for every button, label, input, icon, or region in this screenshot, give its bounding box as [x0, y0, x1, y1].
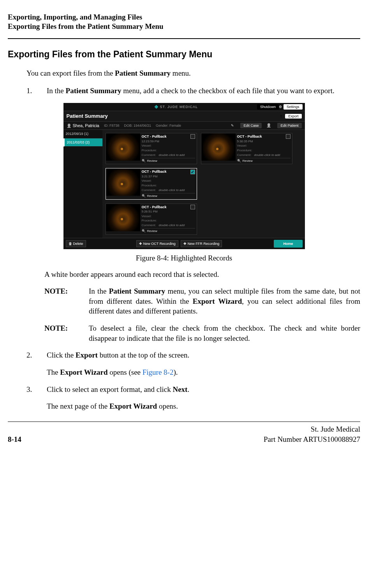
review-button[interactable]: Review	[243, 159, 253, 163]
oct-thumbnail	[201, 133, 236, 161]
person-icon	[67, 123, 71, 129]
person-icon	[266, 123, 271, 128]
search-icon	[142, 159, 146, 163]
trash-icon	[69, 241, 72, 246]
delete-button[interactable]: Delete	[66, 240, 86, 247]
patient-name: Shea, Patricia	[67, 123, 99, 129]
new-oct-button[interactable]: New OCT Recording	[136, 240, 178, 247]
ss-header-row: Patient Summary Export	[63, 111, 305, 122]
oct-thumbnail	[106, 133, 140, 161]
record-checkbox[interactable]	[190, 205, 195, 209]
footer-company: St. Jude Medical	[264, 424, 360, 434]
patient-dob: DOB: 1944/06/21	[124, 123, 151, 128]
figure-link[interactable]: Figure 8-2	[143, 368, 174, 376]
search-icon	[237, 159, 241, 163]
screenshot: ST. JUDE MEDICAL Shutdown Settings Patie…	[63, 103, 305, 249]
sidebar-date[interactable]: 2012/09/19 (1)	[63, 130, 102, 138]
review-button[interactable]: Review	[147, 194, 157, 198]
plus-icon	[183, 241, 187, 246]
settings-button[interactable]: Settings	[283, 104, 303, 110]
shutdown-button[interactable]: Shutdown	[257, 104, 279, 110]
step-3-result: The next page of the Export Wizard opens…	[47, 401, 360, 411]
gear-icon	[279, 104, 282, 110]
pencil-icon	[231, 123, 234, 128]
record-checkbox[interactable]	[286, 134, 291, 139]
step-1: 1. In the Patient Summary menu, add a ch…	[26, 86, 360, 96]
record-card[interactable]: OCT - Pullback 5:26:51 PM Vessel: Proced…	[106, 204, 197, 235]
step-text: Click the Export button at the top of th…	[47, 350, 360, 360]
header-rule	[8, 38, 360, 39]
date-sidebar: 2012/09/19 (1) 2011/02/03 (2)	[63, 130, 102, 237]
search-icon	[142, 229, 146, 234]
record-checkbox-checked[interactable]	[190, 170, 195, 174]
step-2: 2. Click the Export button at the top of…	[26, 350, 360, 360]
record-card[interactable]: OCT - Pullback 12:23:59 PM Vessel: Proce…	[106, 133, 197, 164]
record-checkbox[interactable]	[190, 134, 195, 139]
step-number: 3.	[26, 384, 36, 395]
edit-patient-button[interactable]: Edit Patient	[277, 123, 301, 128]
record-grid: OCT - Pullback 12:23:59 PM Vessel: Proce…	[102, 130, 305, 237]
step-text: In the Patient Summary menu, add a check…	[47, 86, 360, 96]
brand-label: ST. JUDE MEDICAL	[97, 104, 255, 109]
running-header: Exporting, Importing, and Managing Files…	[8, 12, 360, 31]
review-button[interactable]: Review	[147, 159, 157, 163]
step-text: Click to select an export format, and cl…	[47, 384, 360, 395]
note-text: In the Patient Summary menu, you can sel…	[89, 286, 360, 316]
patient-id: ID: F8738	[104, 123, 120, 128]
figure-caption: Figure 8-4: Highlighted Records	[136, 253, 232, 263]
record-card-selected[interactable]: OCT - Pullback 3:21:37 PM Vessel: Proced…	[106, 168, 197, 199]
note-text: To deselect a file, clear the check from…	[89, 323, 360, 343]
figure-8-4: ST. JUDE MEDICAL Shutdown Settings Patie…	[8, 103, 360, 263]
header-line1: Exporting, Importing, and Managing Files	[8, 12, 360, 22]
page-number: 8-14	[8, 434, 21, 445]
header-line2: Exporting Files from the Patient Summary…	[8, 22, 360, 31]
search-icon	[142, 194, 146, 198]
page-footer: 8-14 St. Jude Medical Part Number ARTUS1…	[8, 422, 360, 444]
note-2: NOTE: To deselect a file, clear the chec…	[44, 323, 360, 343]
ss-patient-row: Shea, Patricia ID: F8738 DOB: 1944/06/21…	[63, 122, 305, 130]
ss-bottom-bar: Delete New OCT Recording New FFR Recordi…	[63, 238, 305, 249]
ss-main: 2012/09/19 (1) 2011/02/03 (2) OCT - Pull…	[63, 130, 305, 237]
new-ffr-button[interactable]: New FFR Recording	[181, 240, 222, 247]
after-figure-text: A white border appears around each recor…	[44, 269, 360, 280]
edit-case-button[interactable]: Edit Case	[240, 123, 262, 128]
sidebar-date-active[interactable]: 2011/02/03 (2)	[63, 138, 102, 147]
note-label: NOTE:	[44, 323, 78, 343]
home-button[interactable]: Home	[274, 240, 302, 248]
record-card[interactable]: OCT - Pullback 5:30:35 PM Vessel: Proced…	[201, 133, 292, 164]
section-title: Exporting Files from the Patient Summary…	[8, 48, 360, 60]
step-3: 3. Click to select an export format, and…	[26, 384, 360, 395]
plus-icon	[139, 241, 142, 246]
patient-summary-title: Patient Summary	[67, 113, 108, 120]
export-button[interactable]: Export	[285, 114, 301, 119]
note-1: NOTE: In the Patient Summary menu, you c…	[44, 286, 360, 316]
note-label: NOTE:	[44, 286, 78, 316]
step-number: 2.	[26, 350, 36, 360]
export-icon	[280, 114, 283, 118]
oct-thumbnail	[106, 204, 140, 231]
step-2-result: The Export Wizard opens (see Figure 8-2)…	[47, 367, 360, 377]
step-number: 1.	[26, 86, 36, 96]
intro-paragraph: You can export files from the Patient Su…	[26, 68, 360, 78]
footer-partnum: Part Number ARTUS100088927	[264, 434, 360, 445]
oct-thumbnail	[106, 168, 140, 196]
patient-gender: Gender: Female	[156, 123, 181, 128]
review-button[interactable]: Review	[147, 229, 157, 234]
ss-titlebar: ST. JUDE MEDICAL Shutdown Settings	[63, 103, 305, 111]
